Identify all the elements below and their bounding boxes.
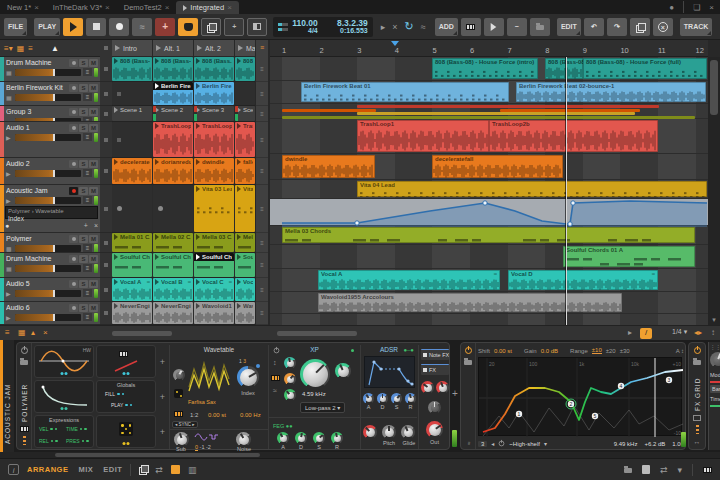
launcher-clip[interactable]: Mella 02 C... [153, 233, 193, 252]
arranger-timeline[interactable]: 808 (Bass-08) - House Force (intro)808 (… [270, 57, 708, 325]
clip-play-icon[interactable] [196, 58, 200, 64]
io-swap-icon[interactable]: ⇄ [660, 465, 668, 475]
eq-device[interactable]: ≈ Shift0.00 st Gain0.0 dB Range ±10 ±20 … [460, 342, 686, 450]
eq-shift-value[interactable]: 0.00 st [494, 348, 512, 354]
fx-grid-device-strip[interactable]: FX GRID ↔ [688, 342, 706, 450]
feg-a-knob[interactable] [277, 432, 289, 444]
partial-right-device[interactable]: ⋮⋮ Perf Mod De Bar Timeba [708, 342, 720, 450]
clip-play-icon[interactable] [155, 83, 159, 89]
clip-play-icon[interactable] [155, 123, 159, 129]
wavetable-section[interactable]: Wavetable Farfisa Sax 1 3 Index 1:2 0.00… [169, 345, 268, 449]
fx-button[interactable]: FX [421, 364, 449, 375]
clip-play-icon[interactable] [237, 159, 241, 165]
time-signature[interactable]: 4/4 [308, 27, 318, 34]
solo-button[interactable]: S [79, 124, 88, 132]
mute-button[interactable]: M [89, 59, 98, 67]
mute-button[interactable]: M [89, 304, 98, 312]
resize-icon[interactable]: ↔ [694, 438, 701, 445]
xp-keytrack-icon[interactable] [271, 375, 280, 381]
keytrack-icon[interactable] [174, 411, 183, 417]
track-header[interactable]: Drum MachineSM▦≡ [0, 57, 100, 82]
restore-window-button[interactable]: ❏ [693, 3, 700, 12]
eq-range-20[interactable]: ±20 [606, 348, 616, 354]
launcher-clip[interactable]: dwindle [194, 158, 234, 184]
clip-play-icon[interactable] [196, 123, 200, 129]
mute-button[interactable]: M [89, 160, 98, 168]
empty-clip-slot[interactable] [112, 122, 152, 157]
arranger-hscroll-thumb[interactable] [277, 331, 357, 336]
row-options-icon[interactable]: ≡ [256, 82, 268, 106]
adsr-section[interactable]: ADSR ●–● A D S R Pitch Glide [360, 345, 417, 449]
clip-play-icon[interactable] [196, 279, 200, 285]
loop-icon[interactable]: ↻ [403, 20, 416, 33]
launcher-clip[interactable]: Mella [235, 233, 255, 252]
record-arm-button[interactable] [69, 124, 78, 132]
delete-button[interactable]: × [653, 18, 673, 36]
record-arm-button[interactable] [69, 84, 78, 92]
add-device-button[interactable]: + [450, 388, 460, 399]
track-io-button[interactable]: ≡ [83, 313, 92, 321]
clip-play-icon[interactable] [155, 159, 159, 165]
tab-close-icon[interactable]: × [34, 3, 39, 12]
dual-view-button[interactable] [247, 18, 267, 36]
track-io-button[interactable]: ≡ [83, 133, 92, 141]
scene-header[interactable]: Alt. 1 [153, 40, 193, 56]
index-knob[interactable] [237, 366, 259, 388]
out-knob[interactable] [426, 421, 443, 438]
pitch-knob[interactable] [382, 425, 396, 439]
overdub-button[interactable]: + [155, 18, 175, 36]
empty-clip-slot[interactable] [112, 82, 152, 105]
tab-close-icon[interactable]: × [165, 3, 170, 12]
expand-icon[interactable]: ▴ [31, 328, 35, 337]
automation-lane[interactable] [270, 199, 708, 226]
track-io-button[interactable]: ≡ [83, 68, 92, 76]
launcher-clip[interactable]: Soulful Cho... [153, 253, 193, 277]
launcher-clip[interactable]: Soulful Cho... [194, 253, 234, 277]
automation-target-icon[interactable]: ● [5, 222, 9, 229]
launcher-clip[interactable]: 808 ( [235, 57, 255, 81]
import-icon[interactable]: ▾ [677, 465, 682, 475]
arranger-lane[interactable]: Berlin Firework Beat 01Berlin Firework B… [270, 81, 708, 104]
globals-module[interactable]: Globals FILL PLAY [96, 380, 156, 413]
arranger-clip[interactable]: Mella 03 Chords [282, 227, 695, 243]
track-stop-button[interactable] [104, 92, 108, 96]
arranger-clip[interactable]: Wavoloid1955 Arccolours [318, 293, 622, 312]
track-stop-button[interactable] [104, 311, 108, 315]
record-arm-button[interactable] [69, 108, 78, 116]
arranger-clip[interactable]: deceleratefall [432, 155, 563, 178]
close-window-button[interactable]: × [709, 3, 714, 12]
scroll-down-icon[interactable]: ▾ [708, 316, 720, 324]
arranger-lane[interactable]: Vita 04 Lead [270, 180, 708, 199]
scene-play-icon[interactable] [115, 45, 120, 51]
launcher-clip[interactable]: Vita 03 Lead [194, 185, 234, 232]
sub-knob[interactable] [174, 432, 189, 447]
row-options-icon[interactable]: ≡ [256, 122, 268, 158]
eq-band-number[interactable]: 3 [478, 441, 487, 447]
view-button-mix[interactable]: MIX [78, 465, 93, 474]
eq-band-gain[interactable]: +6.2 dB [644, 441, 665, 447]
device-power-icon[interactable] [21, 347, 28, 354]
clip-play-icon[interactable] [237, 279, 241, 285]
pitch-module[interactable] [96, 345, 156, 378]
tempo-value[interactable]: 110.00 [292, 19, 318, 28]
track-header[interactable]: Acoustic JamSM▶≡Polymer › WavetableIndex… [0, 185, 100, 233]
add-lane-icon[interactable]: + [84, 222, 94, 229]
clip-play-icon[interactable] [114, 107, 118, 113]
track-io-button[interactable]: ≡ [83, 196, 92, 204]
record-arm-button[interactable] [69, 280, 78, 288]
tab-close-icon[interactable]: × [105, 3, 110, 12]
document-tab[interactable]: New 1*× [0, 0, 46, 14]
track-header[interactable]: PolymerSM▩≡ [0, 233, 100, 253]
mute-button[interactable]: M [89, 187, 98, 195]
copy-button[interactable] [630, 18, 650, 36]
solo-button[interactable]: S [79, 160, 88, 168]
dual-display-icon[interactable] [139, 465, 147, 475]
clip-play-icon[interactable] [237, 234, 241, 240]
track-stop-button[interactable] [104, 138, 108, 142]
sub-waveshape-icons[interactable] [194, 432, 220, 443]
arranger-clip[interactable]: 808 (Bass-08) [545, 58, 583, 79]
arranger-clip[interactable]: Berlin Firework Beat 02-bounce-1 [516, 82, 706, 102]
clip-play-icon[interactable] [155, 58, 159, 64]
scene-play-icon[interactable] [197, 45, 202, 51]
track-header[interactable]: Berlin Firework KitSM▦≡ [0, 82, 100, 106]
